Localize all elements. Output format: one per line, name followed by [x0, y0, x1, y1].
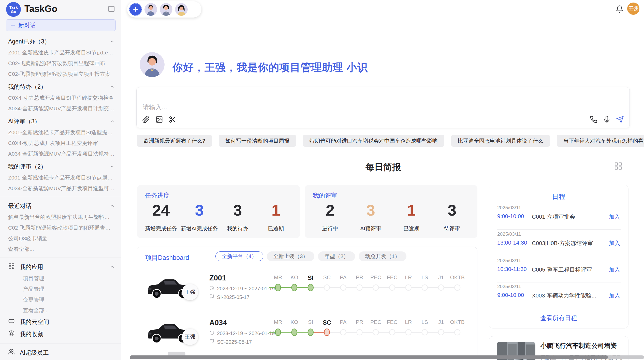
send-icon[interactable] [616, 116, 624, 123]
agent-avatar-3[interactable] [175, 3, 188, 16]
recent-chat-item[interactable]: C02-飞腾新能源轻客改款项目的闭环通告反馈情况 [0, 222, 121, 233]
new-chat-button[interactable]: 新对话 [6, 19, 116, 31]
project-flag-milestone: SC-2025-05-17 [209, 339, 252, 345]
sidebar-task-item[interactable]: Z001-全新燃油皮卡产品开发项目SI节点Lesson Learn报告 [0, 47, 121, 58]
sidebar-task-item[interactable]: C02-飞腾新能源轻客改款项目里程碑画布 [0, 58, 121, 69]
dashboard-tab[interactable]: 动总开发（1） [359, 251, 406, 261]
sidebar-item-writing[interactable]: 帮我写作 [0, 359, 121, 360]
stat-item: 3我的待办 [218, 201, 257, 235]
phone-call-icon[interactable] [590, 116, 597, 123]
attachment-icon[interactable] [142, 116, 150, 123]
project-row[interactable]: 王强Z0012023-12-19 ~ 2027-01-19SI-2025-05-… [137, 271, 477, 316]
sidebar-collapse-icon[interactable] [108, 5, 115, 13]
dashboard-tab[interactable]: 年型（2） [318, 251, 355, 261]
stat-label: AI预评审 [360, 225, 381, 232]
scissors-icon[interactable] [169, 116, 176, 123]
image-icon[interactable] [155, 116, 163, 123]
stat-value: 1 [272, 202, 280, 218]
horizontal-scrollbar-track[interactable] [130, 355, 644, 359]
sidebar-section-header[interactable]: Agent已办（3） [0, 36, 121, 47]
recent-chat-item[interactable]: 公司Q3轻卡销量 [0, 233, 121, 244]
stat-label: 待评审 [444, 225, 460, 232]
chat-input-placeholder: 请输入... [143, 103, 167, 111]
add-agent-button[interactable] [129, 3, 142, 16]
briefing-layout-icon[interactable] [614, 162, 623, 170]
sidebar-task-item[interactable]: Z001-全新燃油轻卡产品开发项目SI造型提交物评审 [0, 127, 121, 138]
schedule-meeting-name: C005-整车工程目标评审 [532, 266, 592, 274]
sidebar-scroll-area[interactable]: Agent已办（3）Z001-全新燃油皮卡产品开发项目SI节点Lesson Le… [0, 34, 121, 360]
schedule-item: 2025/03/119:00-10:00C001-立项审批会加入 [497, 205, 621, 231]
project-row[interactable]: 王强A0342023-12-19 ~ 2026-01-19SC-2025-05-… [137, 316, 477, 360]
user-avatar[interactable]: 王强 [627, 3, 639, 15]
sidebar-task-item[interactable]: Z001-全新燃油轻卡产品开发项目SI节点属性5D文件评审 [0, 172, 121, 183]
suggestion-chip[interactable]: 欧洲新规最近颁布了什么? [137, 135, 212, 147]
dashboard-tabs: 全新平台（4）全新上装（3）年型（2）动总开发（1） [215, 251, 406, 261]
stat-value: 24 [152, 202, 170, 218]
agent-avatar-1[interactable] [144, 3, 157, 16]
view-all-recent-link[interactable]: 查看全部... [0, 244, 121, 254]
greeting-text: 你好，王强，我是你的项目管理助理 小识 [172, 61, 368, 74]
suggestion-chip[interactable]: 特朗普可能对进口汽车增税会对中国车企造成哪些影响 [303, 135, 444, 147]
plus-icon [132, 6, 139, 13]
join-meeting-link[interactable]: 加入 [609, 239, 620, 247]
sidebar-item-ai-staff[interactable]: AI超级员工 [0, 347, 121, 359]
stat-columns: 24新增完成任务3新增AI完成任务3我的待办1已逾期 [142, 201, 295, 235]
cloud-space-icon [8, 318, 15, 326]
join-meeting-link[interactable]: 加入 [609, 213, 620, 221]
sidebar-recent-header[interactable]: 最近对话 [0, 200, 121, 212]
chat-input-card[interactable]: 请输入... [136, 87, 630, 128]
stat-label: 已逾期 [268, 225, 284, 232]
schedule-date: 2025/03/11 [497, 258, 521, 263]
app-root: Task Go TaskGo 新对话 Agent已办（3）Z001-全新燃油皮卡… [0, 0, 644, 360]
flag-icon [209, 294, 214, 301]
divider [497, 256, 621, 256]
agent-avatar-2[interactable] [160, 3, 172, 16]
schedule-date: 2025/03/11 [497, 284, 521, 289]
sidebar-app-subitem[interactable]: 项目管理 [0, 273, 121, 284]
sidebar-section-header[interactable]: 我的待办（2） [0, 81, 121, 93]
chevron-up-icon [109, 164, 115, 169]
sidebar-section-header[interactable]: 我的评审（2） [0, 161, 121, 172]
sidebar-task-item[interactable]: A034-全新新能源MUV产品开发项目法规符合性评审 [0, 148, 121, 159]
sidebar-task-item[interactable]: A034-全新新能源MUV产品开发项目造型可行性评审 [0, 183, 121, 194]
dashboard-tab[interactable]: 全新平台（4） [215, 251, 263, 261]
sidebar-task-item[interactable]: C0X4-动力总成开发项目SI里程碑提交物检查 [0, 93, 121, 103]
suggestion-chip[interactable]: 如何写一份清晰的项目周报 [219, 135, 296, 147]
stat-item: 1已逾期 [257, 201, 295, 235]
milestone-label-oktb: OKTB [446, 274, 468, 280]
dashboard-title: 项目Dashboard [145, 253, 189, 262]
sidebar-app-subitem[interactable]: 产品管理 [0, 284, 121, 294]
sidebar-task-item[interactable]: A034-全新新能源MUV产品开发项目计划变更表编写 [0, 103, 121, 114]
suggestion-chip[interactable]: 当下年轻人对汽车外观有怎样的喜好趋势 [557, 135, 644, 147]
suggestion-chip[interactable]: 比亚迪全固态电池计划具体说了什么 [451, 135, 550, 147]
sidebar-task-item[interactable]: C0X4-动力总成开发项目工程变更评审 [0, 138, 121, 148]
app-logo: Task Go [6, 2, 21, 17]
divider [0, 343, 121, 343]
apps-grid-icon [8, 263, 15, 271]
sidebar-item-my-apps[interactable]: 我的应用 [0, 261, 121, 273]
schedule-card: 日程 2025/03/119:00-10:00C001-立项审批会加入2025/… [489, 185, 628, 328]
task-progress-card: 任务进度24新增完成任务3新增AI完成任务3我的待办1已逾期 [137, 185, 300, 238]
microphone-icon[interactable] [603, 116, 611, 123]
view-all-apps-link[interactable]: 查看全部... [0, 305, 121, 316]
favorites-icon [8, 330, 15, 338]
recent-chat-item[interactable]: 解释最新出台的欧盟报废车法规再生塑料比例被调至15%... [0, 212, 121, 222]
sidebar-app-subitem[interactable]: 变更管理 [0, 294, 121, 305]
horizontal-scrollbar-thumb[interactable] [130, 355, 608, 359]
notification-bell-icon[interactable] [616, 5, 624, 13]
join-meeting-link[interactable]: 加入 [609, 266, 620, 274]
project-dashboard-card: 项目Dashboard 全新平台（4）全新上装（3）年型（2）动总开发（1） 王… [137, 247, 477, 360]
view-all-schedule-link[interactable]: 查看所有日程 [489, 314, 628, 322]
sidebar-item-cloud-space[interactable]: 我的云空间 [0, 316, 121, 328]
flag-icon [209, 339, 214, 345]
sidebar-section-title: 我的待办（2） [8, 83, 47, 91]
stat-item: 24新增完成任务 [142, 201, 180, 235]
project-code: Z001 [209, 274, 226, 282]
dashboard-tab[interactable]: 全新上装（3） [267, 251, 315, 261]
chevron-up-icon [109, 264, 115, 270]
sidebar-task-item[interactable]: C02-飞腾新能源轻客改款项目立项汇报方案 [0, 69, 121, 79]
join-meeting-link[interactable]: 加入 [609, 292, 620, 299]
chevron-up-icon [109, 203, 115, 209]
sidebar-item-favorites[interactable]: 我的收藏 [0, 328, 121, 340]
sidebar-section-header[interactable]: AI评审（3） [0, 115, 121, 127]
